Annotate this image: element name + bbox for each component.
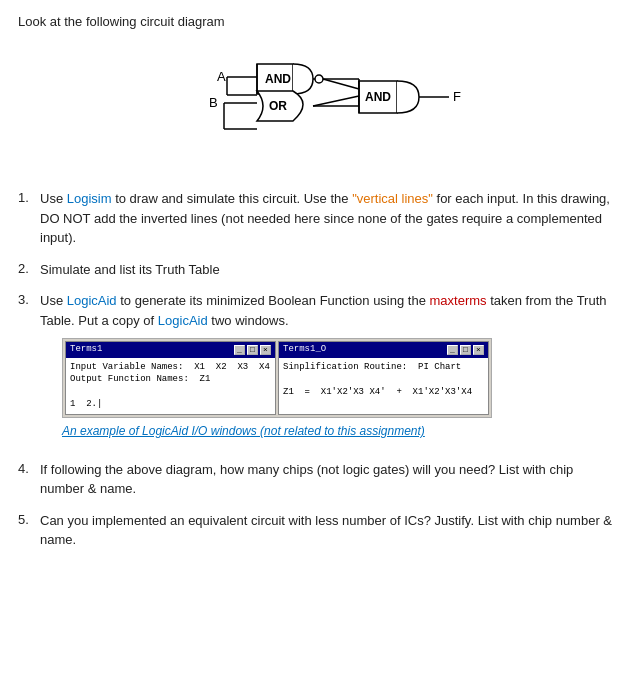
- win2-maximize[interactable]: □: [460, 345, 471, 355]
- window1-buttons: _ □ ×: [234, 345, 271, 355]
- list-num-4: 4.: [18, 460, 40, 476]
- window2-title: Terms1_O _ □ ×: [279, 342, 488, 358]
- logisim-label: Logisim: [67, 191, 112, 206]
- window1-line2: Output Function Names: Z1: [70, 373, 271, 386]
- win2-close[interactable]: ×: [473, 345, 484, 355]
- list-content-4: If following the above diagram, how many…: [40, 460, 619, 499]
- logicaid-label-3a: LogicAid: [67, 293, 117, 308]
- window1-line4: 1 2.|: [70, 398, 271, 411]
- list-item-2: 2. Simulate and list its Truth Table: [18, 260, 619, 280]
- list-content-2: Simulate and list its Truth Table: [40, 260, 619, 280]
- list-content-1: Use Logisim to draw and simulate this ci…: [40, 189, 619, 248]
- svg-text:AND: AND: [365, 90, 391, 104]
- list-item-4: 4. If following the above diagram, how m…: [18, 460, 619, 499]
- window1-title-text: Terms1: [70, 343, 102, 357]
- list-num-2: 2.: [18, 260, 40, 276]
- instructions-list: 1. Use Logisim to draw and simulate this…: [18, 189, 619, 550]
- win2-minimize[interactable]: _: [447, 345, 458, 355]
- caption-text: An example of LogicAid I/O windows (not …: [62, 424, 425, 438]
- window2-line2: [283, 373, 484, 386]
- svg-text:B: B: [209, 95, 218, 110]
- list-content-5: Can you implemented an equivalent circui…: [40, 511, 619, 550]
- win1-close[interactable]: ×: [260, 345, 271, 355]
- logicaid-window-1: Terms1 _ □ × Input Variable Names: X1 X2…: [65, 341, 276, 415]
- window2-title-text: Terms1_O: [283, 343, 326, 357]
- svg-text:F: F: [453, 89, 461, 104]
- logicaid-label-3b: LogicAid: [158, 313, 208, 328]
- win1-minimize[interactable]: _: [234, 345, 245, 355]
- list-item-5: 5. Can you implemented an equivalent cir…: [18, 511, 619, 550]
- list-num-3: 3.: [18, 291, 40, 307]
- svg-line-24: [313, 96, 359, 106]
- svg-text:OR: OR: [269, 99, 287, 113]
- window1-line1: Input Variable Names: X1 X2 X3 X4: [70, 361, 271, 374]
- vertical-lines-label: "vertical lines": [352, 191, 433, 206]
- list-item-1: 1. Use Logisim to draw and simulate this…: [18, 189, 619, 248]
- circuit-svg-container: A B AND: [149, 39, 489, 169]
- logicaid-windows: Terms1 _ □ × Input Variable Names: X1 X2…: [62, 338, 492, 418]
- window1-body: Input Variable Names: X1 X2 X3 X4 Output…: [66, 358, 275, 414]
- window2-line3: Z1 = X1'X2'X3 X4' + X1'X2'X3'X4: [283, 386, 484, 399]
- win1-maximize[interactable]: □: [247, 345, 258, 355]
- page-header: Look at the following circuit diagram: [18, 14, 619, 29]
- maxterms-label: maxterms: [430, 293, 487, 308]
- window2-buttons: _ □ ×: [447, 345, 484, 355]
- list-num-1: 1.: [18, 189, 40, 205]
- svg-point-8: [315, 75, 323, 83]
- list-num-5: 5.: [18, 511, 40, 527]
- window2-line1: Sinplification Routine: PI Chart: [283, 361, 484, 374]
- window2-body: Sinplification Routine: PI Chart Z1 = X1…: [279, 358, 488, 402]
- circuit-diagram: A B AND: [18, 39, 619, 169]
- list-item-3: 3. Use LogicAid to generate its minimize…: [18, 291, 619, 448]
- logicaid-caption: An example of LogicAid I/O windows (not …: [62, 422, 619, 440]
- window1-line3: [70, 386, 271, 399]
- svg-text:AND: AND: [265, 72, 291, 86]
- header-text: Look at the following circuit diagram: [18, 14, 225, 29]
- window1-title: Terms1 _ □ ×: [66, 342, 275, 358]
- logicaid-window-2: Terms1_O _ □ × Sinplification Routine: P…: [278, 341, 489, 415]
- svg-text:A: A: [217, 69, 226, 84]
- svg-line-23: [323, 79, 359, 89]
- list-content-3: Use LogicAid to generate its minimized B…: [40, 291, 619, 448]
